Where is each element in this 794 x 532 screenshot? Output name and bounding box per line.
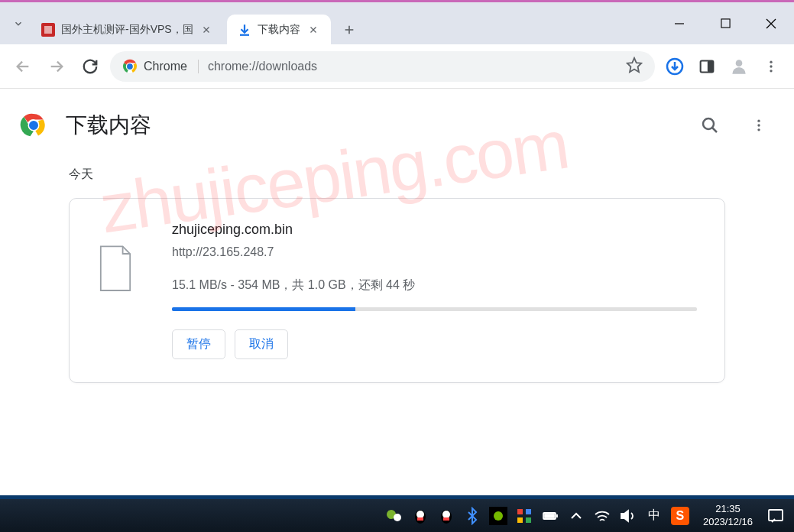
downloads-toolbar-icon[interactable] (661, 53, 689, 80)
svg-point-43 (442, 511, 450, 518)
download-url: http://23.165.248.7 (172, 245, 697, 259)
page-menu-button[interactable] (744, 110, 774, 141)
omnibox[interactable]: Chrome chrome://downloads (110, 51, 655, 82)
taskbar-clock[interactable]: 21:35 2023/12/16 (703, 503, 753, 529)
download-actions: 暂停 取消 (172, 329, 697, 359)
svg-rect-1 (44, 26, 52, 34)
maximize-button[interactable] (702, 2, 748, 44)
wifi-icon[interactable] (593, 507, 611, 525)
svg-line-33 (712, 128, 717, 132)
chrome-icon (122, 59, 138, 74)
download-item-card: zhujiceping.com.bin http://23.165.248.7 … (69, 198, 725, 383)
tab-title: 下载内容 (258, 23, 300, 37)
download-info: zhujiceping.com.bin http://23.165.248.7 … (172, 222, 697, 359)
svg-point-34 (757, 120, 760, 122)
svg-rect-41 (417, 517, 423, 521)
qq-icon-1[interactable] (411, 507, 429, 525)
pause-button[interactable]: 暂停 (172, 329, 225, 359)
tab-inactive-1[interactable]: 国外主机测评-国外VPS，国 (31, 15, 224, 45)
svg-point-25 (736, 60, 743, 66)
svg-rect-24 (708, 60, 714, 72)
download-icon (238, 23, 251, 37)
svg-marker-54 (621, 511, 628, 521)
svg-rect-11 (721, 19, 729, 28)
window-titlebar: 国外主机测评-国外VPS，国 下载内容 (0, 0, 794, 44)
svg-point-18 (127, 63, 133, 70)
google-app-icon[interactable] (515, 507, 533, 525)
sogou-ime-icon[interactable]: S (671, 507, 689, 525)
svg-point-38 (394, 514, 401, 521)
nvidia-icon[interactable] (489, 507, 507, 525)
ime-indicator[interactable]: 中 (645, 508, 663, 524)
close-window-button[interactable] (748, 2, 794, 44)
favicon-site (41, 23, 55, 37)
svg-point-40 (416, 511, 424, 518)
qq-icon-2[interactable] (437, 507, 455, 525)
battery-icon[interactable] (541, 507, 559, 525)
downloads-body: 今天 zhujiceping.com.bin http://23.165.248… (0, 151, 794, 398)
svg-rect-50 (526, 517, 531, 523)
file-icon (97, 245, 134, 290)
svg-rect-49 (517, 517, 523, 523)
back-button[interactable] (9, 53, 37, 80)
bookmark-star-icon[interactable] (626, 57, 643, 76)
search-button[interactable] (695, 110, 725, 141)
svg-rect-53 (545, 514, 554, 517)
window-controls (656, 2, 794, 44)
sidepanel-icon[interactable] (693, 53, 721, 80)
tab-title: 国外主机测评-国外VPS，国 (61, 23, 193, 37)
taskbar: 中 S 21:35 2023/12/16 (0, 495, 794, 532)
svg-point-27 (770, 65, 772, 67)
svg-rect-48 (526, 509, 531, 514)
svg-point-28 (770, 70, 772, 72)
download-status: 15.1 MB/s - 354 MB，共 1.0 GB，还剩 44 秒 (172, 277, 697, 294)
svg-point-36 (757, 128, 760, 131)
date-heading: 今天 (69, 167, 725, 183)
close-icon[interactable] (199, 23, 213, 37)
progress-bar (172, 307, 697, 311)
clock-date: 2023/12/16 (703, 516, 753, 529)
bluetooth-icon[interactable] (463, 507, 481, 525)
address-bar: Chrome chrome://downloads (0, 44, 794, 89)
svg-point-26 (770, 60, 772, 63)
menu-button[interactable] (757, 53, 785, 80)
svg-point-46 (494, 511, 503, 521)
notifications-icon[interactable] (766, 507, 785, 525)
forward-button[interactable] (43, 53, 70, 80)
site-label: Chrome (144, 60, 187, 73)
progress-fill (172, 307, 355, 311)
downloads-header: 下载内容 (0, 99, 794, 151)
svg-marker-20 (627, 57, 641, 71)
new-tab-button[interactable] (337, 18, 361, 42)
download-filename: zhujiceping.com.bin (172, 222, 697, 238)
site-identity[interactable]: Chrome (122, 59, 187, 74)
reload-button[interactable] (76, 53, 104, 80)
profile-icon[interactable] (725, 53, 753, 80)
url-text: chrome://downloads (198, 60, 317, 73)
wechat-icon[interactable] (385, 507, 403, 525)
tab-active-downloads[interactable]: 下载内容 (227, 15, 331, 45)
minimize-button[interactable] (656, 2, 702, 44)
volume-icon[interactable] (619, 507, 637, 525)
svg-rect-44 (443, 517, 449, 521)
chrome-logo-icon (20, 112, 47, 139)
cancel-button[interactable]: 取消 (235, 329, 288, 359)
tabs-dropdown[interactable] (8, 13, 29, 34)
tray-expand-icon[interactable] (567, 507, 585, 525)
svg-rect-47 (517, 509, 523, 514)
svg-point-35 (757, 124, 760, 126)
clock-time: 21:35 (703, 503, 753, 516)
page-title: 下载内容 (66, 111, 676, 140)
close-icon[interactable] (306, 23, 320, 37)
svg-rect-55 (769, 510, 783, 521)
svg-point-32 (703, 118, 714, 129)
